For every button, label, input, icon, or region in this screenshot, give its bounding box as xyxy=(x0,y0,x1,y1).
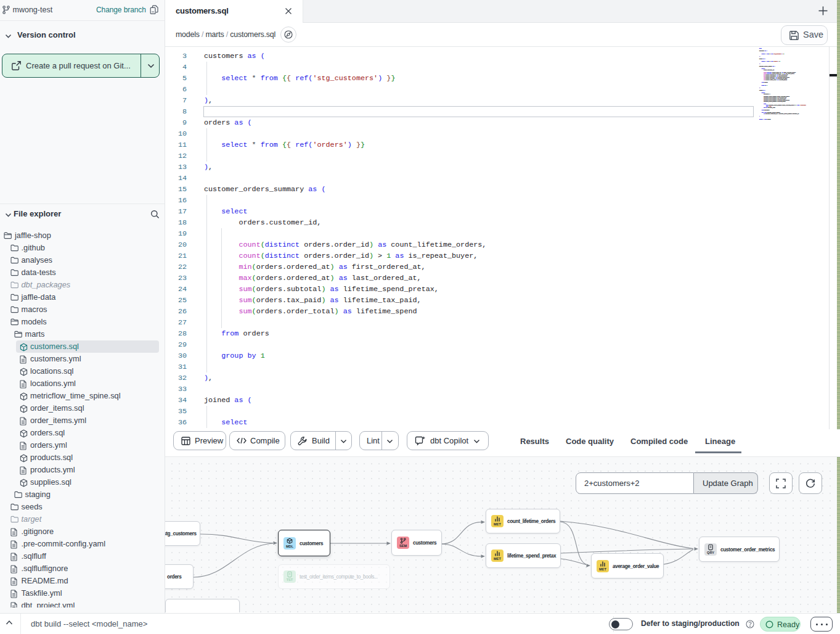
svg-text:MET: MET xyxy=(599,567,606,571)
svg-text:QRY: QRY xyxy=(707,551,714,554)
svg-text:TST: TST xyxy=(287,578,293,582)
svg-text:MET: MET xyxy=(494,522,501,526)
svg-text:MET: MET xyxy=(494,557,501,561)
svg-text:SEM: SEM xyxy=(399,544,407,548)
svg-text:MDL: MDL xyxy=(286,545,294,548)
